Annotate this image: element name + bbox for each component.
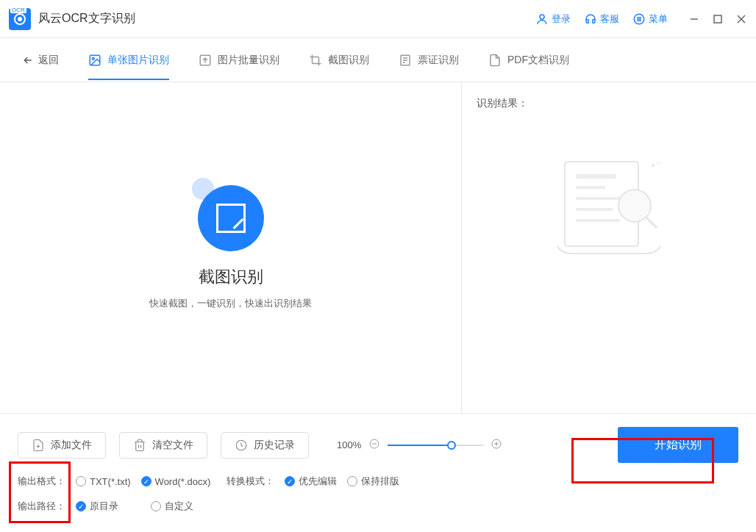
format-word-radio[interactable]: Word(*.docx) <box>141 476 211 487</box>
zoom-value: 100% <box>337 439 361 450</box>
svg-line-23 <box>646 217 657 228</box>
crop-icon <box>309 54 322 67</box>
result-panel: 识别结果： <box>462 82 756 413</box>
drop-title: 截图识别 <box>199 266 263 288</box>
tab-screenshot[interactable]: 截图识别 <box>309 40 369 80</box>
receipt-icon <box>399 54 412 67</box>
svg-point-0 <box>540 15 544 19</box>
mode-edit-radio[interactable]: 优先编辑 <box>285 475 337 488</box>
result-label: 识别结果： <box>477 97 741 110</box>
tab-pdf[interactable]: PDF文档识别 <box>488 40 569 80</box>
svg-rect-6 <box>714 15 721 23</box>
path-custom-radio[interactable]: 自定义 <box>151 500 193 513</box>
output-format-label: 输出格式： <box>18 475 65 488</box>
pdf-icon <box>488 54 502 67</box>
zoom-control: 100% <box>337 438 502 452</box>
minimize-button[interactable] <box>688 13 700 25</box>
maximize-button[interactable] <box>712 13 724 25</box>
zoom-out-button[interactable] <box>368 438 380 452</box>
drop-area[interactable]: 截图识别 快速截图，一键识别，快速出识别结果 <box>0 82 462 413</box>
drop-subtitle: 快速截图，一键识别，快速出识别结果 <box>149 297 312 310</box>
output-path-label: 输出路径： <box>18 500 65 513</box>
svg-point-10 <box>92 57 94 60</box>
support-button[interactable]: 客服 <box>584 12 619 26</box>
convert-mode-label: 转换模式： <box>227 475 274 488</box>
output-path-row: 输出路径： 原目录 自定义 <box>18 500 738 513</box>
app-logo-icon <box>9 8 31 30</box>
user-icon <box>535 12 549 26</box>
app-title: 风云OCR文字识别 <box>38 11 135 26</box>
trash-icon <box>133 439 146 452</box>
image-icon <box>88 54 101 67</box>
clock-icon <box>235 439 248 452</box>
history-button[interactable]: 历史记录 <box>221 432 309 459</box>
tabbar: 返回 单张图片识别 图片批量识别 截图识别 票证识别 PDF文档识别 <box>0 38 756 82</box>
close-button[interactable] <box>735 13 747 25</box>
menu-button[interactable]: 菜单 <box>632 12 668 26</box>
main-area: 截图识别 快速截图，一键识别，快速出识别结果 识别结果： <box>0 82 756 413</box>
tab-ticket[interactable]: 票证识别 <box>399 40 459 80</box>
svg-point-24 <box>652 164 655 167</box>
login-button[interactable]: 登录 <box>535 12 571 26</box>
path-original-radio[interactable]: 原目录 <box>76 500 118 513</box>
zoom-in-button[interactable] <box>491 438 502 452</box>
clear-file-button[interactable]: 清空文件 <box>119 432 207 459</box>
titlebar: 风云OCR文字识别 登录 客服 菜单 <box>0 0 756 38</box>
crop-circle-icon <box>198 185 264 251</box>
add-file-button[interactable]: 添加文件 <box>18 432 106 459</box>
headset-icon <box>584 12 597 26</box>
tab-single-image[interactable]: 单张图片识别 <box>88 40 169 80</box>
start-recognize-button[interactable]: 开始识别 <box>618 427 738 463</box>
output-format-row: 输出格式： TXT(*.txt) Word(*.docx) 转换模式： 优先编辑… <box>18 475 738 488</box>
empty-result-illustration <box>477 154 741 257</box>
format-txt-radio[interactable]: TXT(*.txt) <box>76 476 131 487</box>
zoom-slider[interactable] <box>388 445 483 446</box>
back-button[interactable]: 返回 <box>22 54 59 67</box>
file-add-icon <box>32 439 45 452</box>
upload-icon <box>199 54 212 67</box>
list-icon <box>632 12 646 26</box>
mode-layout-radio[interactable]: 保持排版 <box>347 475 399 488</box>
bottom-panel: 添加文件 清空文件 历史记录 100% 开始识别 输出格式： TXT(*.txt… <box>0 413 756 526</box>
tab-batch-image[interactable]: 图片批量识别 <box>199 40 279 80</box>
arrow-left-icon <box>22 54 34 66</box>
